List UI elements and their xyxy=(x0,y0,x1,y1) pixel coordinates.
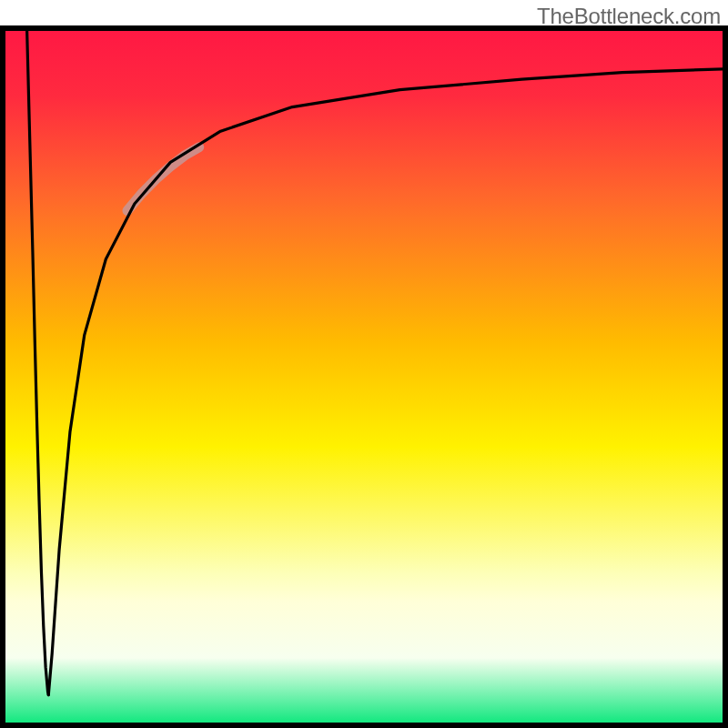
watermark-text: TheBottleneck.com xyxy=(537,4,721,29)
chart-canvas xyxy=(0,0,728,728)
gradient-background xyxy=(0,25,728,728)
